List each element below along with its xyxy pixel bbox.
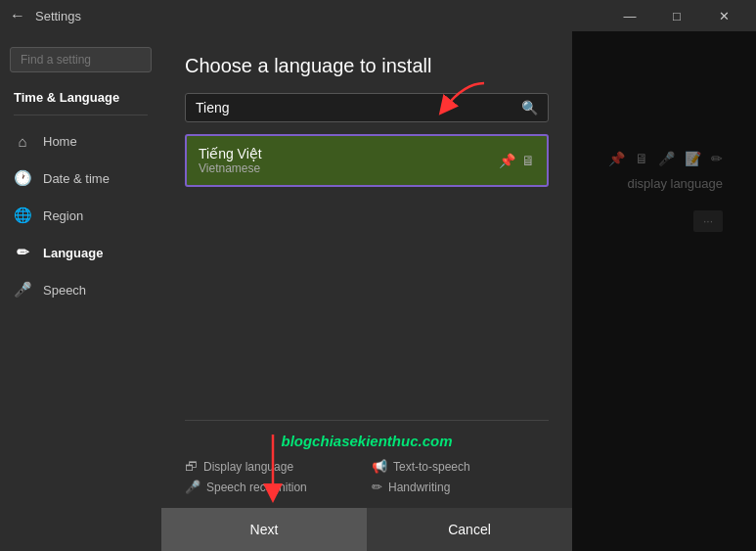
arrow-svg xyxy=(425,78,494,127)
language-icon: ✏ xyxy=(14,244,31,261)
next-arrow-svg xyxy=(244,430,302,508)
minimize-button[interactable]: — xyxy=(607,0,652,31)
arrow-to-search xyxy=(425,78,494,131)
back-button[interactable]: ← xyxy=(10,7,25,24)
sidebar: Time & Language ⌂ Home 🕐 Date & time 🌐 R… xyxy=(0,31,161,551)
sidebar-item-language[interactable]: ✏ Language xyxy=(0,234,161,271)
language-list: Tiếng Việt Vietnamese 📌 🖥 xyxy=(185,134,549,410)
arrow-to-next xyxy=(244,430,302,512)
watermark: blogchiasekienthuc.com xyxy=(185,433,549,449)
sidebar-item-speech[interactable]: 🎤 Speech xyxy=(0,271,161,308)
sidebar-item-home[interactable]: ⌂ Home xyxy=(0,123,161,160)
pin-capability-icon: 📌 xyxy=(499,153,515,168)
sidebar-label-region: Region xyxy=(43,208,83,223)
title-bar: ← Settings — □ ✕ xyxy=(0,0,756,31)
sidebar-label-home: Home xyxy=(43,134,77,149)
sidebar-item-region[interactable]: 🌐 Region xyxy=(0,197,161,234)
sidebar-label-speech: Speech xyxy=(43,283,86,298)
options-grid: 🗗 Display language 📢 Text-to-speech 🎤 Sp… xyxy=(185,459,549,494)
app-title: Settings xyxy=(35,9,81,23)
sidebar-label-language: Language xyxy=(43,246,103,260)
monitor-capability-icon: 🖥 xyxy=(521,153,535,168)
home-icon: ⌂ xyxy=(14,133,31,150)
cancel-button[interactable]: Cancel xyxy=(367,508,572,551)
option-handwriting: ✏ Handwriting xyxy=(372,480,549,494)
clock-icon: 🕐 xyxy=(14,169,31,187)
section-heading: Time & Language xyxy=(0,84,161,111)
option-tts-label: Text-to-speech xyxy=(393,460,470,474)
sidebar-item-date-time[interactable]: 🕐 Date & time xyxy=(0,160,161,197)
buttons-container: Next Cancel xyxy=(185,508,549,551)
globe-icon: 🌐 xyxy=(14,207,31,224)
next-button[interactable]: Next xyxy=(161,508,367,551)
lang-text: Tiếng Việt Vietnamese xyxy=(199,146,499,175)
language-item-vietnamese[interactable]: Tiếng Việt Vietnamese 📌 🖥 xyxy=(185,134,549,187)
search-icon: 🔍 xyxy=(521,100,538,115)
option-handwriting-label: Handwriting xyxy=(388,481,450,494)
search-box: 🔍 xyxy=(185,93,549,122)
dialog-options: blogchiasekienthuc.com 🗗 Display languag… xyxy=(185,420,549,508)
dialog: Choose a language to install 🔍 Tiếng xyxy=(161,31,572,551)
window-controls: — □ ✕ xyxy=(607,0,746,31)
display-lang-icon: 🗗 xyxy=(185,459,198,474)
close-button[interactable]: ✕ xyxy=(701,0,746,31)
find-setting-input[interactable] xyxy=(10,47,152,72)
option-tts: 📢 Text-to-speech xyxy=(372,459,549,474)
handwriting-icon: ✏ xyxy=(372,480,382,494)
tts-icon: 📢 xyxy=(372,459,387,474)
lang-native: Vietnamese xyxy=(199,161,499,175)
sidebar-label-date-time: Date & time xyxy=(43,171,110,186)
lang-name: Tiếng Việt xyxy=(199,146,499,161)
speech-rec-icon: 🎤 xyxy=(185,480,200,494)
dialog-action-buttons: Next Cancel xyxy=(161,508,572,551)
lang-capability-icons: 📌 🖥 xyxy=(499,153,535,168)
separator xyxy=(14,115,148,115)
dialog-title: Choose a language to install xyxy=(185,55,549,77)
mic-icon: 🎤 xyxy=(14,281,31,298)
maximize-button[interactable]: □ xyxy=(654,0,699,31)
dialog-overlay: Choose a language to install 🔍 Tiếng xyxy=(161,31,756,551)
